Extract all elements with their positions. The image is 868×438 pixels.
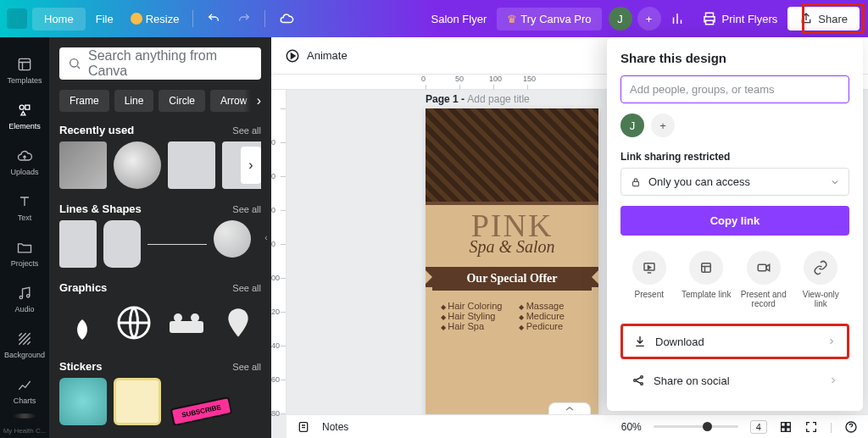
audio-icon bbox=[16, 285, 33, 302]
nav-uploads[interactable]: Uploads bbox=[0, 139, 49, 185]
cloud-icon bbox=[279, 11, 294, 26]
separator bbox=[192, 10, 193, 27]
svg-point-11 bbox=[191, 313, 199, 322]
present-record-option[interactable]: Present and record bbox=[738, 251, 789, 308]
brand-logo[interactable] bbox=[13, 413, 36, 419]
shape-line[interactable] bbox=[147, 220, 207, 268]
shape-square-rounded[interactable] bbox=[103, 220, 141, 268]
user-avatar[interactable]: J bbox=[609, 7, 632, 30]
page-count[interactable]: 4 bbox=[750, 420, 767, 434]
present-option[interactable]: Present bbox=[624, 251, 675, 308]
svg-point-25 bbox=[641, 383, 643, 385]
tray-toggle[interactable] bbox=[548, 402, 591, 414]
zoom-slider[interactable] bbox=[654, 425, 738, 428]
nav-charts[interactable]: Charts bbox=[0, 368, 49, 413]
try-pro-button[interactable]: ♛Try Canva Pro bbox=[497, 8, 601, 30]
svg-rect-2 bbox=[19, 58, 30, 69]
record-icon bbox=[756, 260, 771, 275]
template-link-option[interactable]: Template link bbox=[681, 251, 732, 308]
access-select[interactable]: Only you can access bbox=[620, 168, 849, 196]
svg-point-5 bbox=[19, 296, 22, 298]
svg-rect-9 bbox=[170, 321, 203, 333]
ruler-vertical: 0 20 40 60 80 100 120 140 160 180 bbox=[271, 90, 287, 414]
animate-button[interactable]: Animate bbox=[307, 49, 348, 62]
template-icon bbox=[698, 260, 714, 275]
present-icon bbox=[642, 260, 657, 275]
print-button[interactable]: Print Flyers bbox=[695, 6, 785, 31]
see-all-recent[interactable]: See all bbox=[232, 125, 261, 136]
share-panel: Share this design Add people, groups, or… bbox=[607, 37, 863, 411]
templates-icon bbox=[16, 56, 33, 73]
lock-icon bbox=[630, 176, 642, 188]
row-next[interactable]: › bbox=[241, 147, 261, 184]
sticker-subscribe[interactable]: SUBSCRIBE bbox=[168, 378, 236, 425]
zoom-value[interactable]: 60% bbox=[621, 421, 642, 433]
stickers-row: SUBSCRIBE bbox=[59, 378, 261, 425]
shape-circle[interactable] bbox=[214, 220, 251, 258]
file-menu[interactable]: File bbox=[89, 8, 120, 30]
page-label[interactable]: Page 1 - Add page title bbox=[426, 93, 530, 105]
sticker-thumb[interactable] bbox=[114, 378, 161, 425]
chip-circle[interactable]: Circle bbox=[159, 90, 205, 112]
svg-point-6 bbox=[27, 295, 30, 297]
left-nav: Templates Elements Uploads Text Projects… bbox=[0, 37, 49, 438]
chip-line[interactable]: Line bbox=[114, 90, 154, 112]
element-thumb[interactable] bbox=[59, 141, 107, 189]
share-social-option[interactable]: Share on social bbox=[620, 364, 849, 396]
nav-audio[interactable]: Audio bbox=[0, 276, 49, 322]
nav-background[interactable]: Background bbox=[0, 322, 49, 368]
text-icon bbox=[16, 193, 33, 210]
people-input[interactable]: Add people, groups, or teams bbox=[620, 75, 849, 103]
collapse-panel[interactable]: ‹ bbox=[260, 213, 271, 263]
download-option[interactable]: Download bbox=[620, 324, 849, 359]
chart-icon bbox=[670, 11, 685, 26]
share-button[interactable]: Share bbox=[787, 7, 860, 30]
copy-link-button[interactable]: Copy link bbox=[620, 206, 849, 236]
notes-button[interactable]: Notes bbox=[322, 421, 348, 433]
svg-point-10 bbox=[174, 313, 182, 322]
flyer-ribbon: Our Special Offer bbox=[432, 267, 592, 291]
add-people-button[interactable]: + bbox=[651, 114, 675, 137]
svg-point-24 bbox=[641, 376, 643, 379]
graphics-row bbox=[59, 299, 261, 347]
graphic-thumb[interactable] bbox=[216, 299, 262, 347]
document-title[interactable]: Salon Flyer bbox=[424, 8, 493, 30]
redo-button[interactable] bbox=[231, 7, 258, 30]
share-icon bbox=[799, 12, 813, 25]
nav-text[interactable]: Text bbox=[0, 185, 49, 230]
add-member-button[interactable]: + bbox=[637, 7, 661, 30]
svg-point-7 bbox=[70, 59, 78, 67]
design-canvas[interactable]: PINK Spa & Salon Our Special Offer Hair … bbox=[426, 108, 598, 430]
section-lines-title: Lines & Shapes bbox=[59, 202, 142, 215]
view-only-option[interactable]: View-only link bbox=[795, 251, 846, 308]
nav-templates[interactable]: Templates bbox=[0, 47, 49, 93]
element-thumb[interactable] bbox=[114, 141, 161, 189]
see-all-lines[interactable]: See all bbox=[232, 204, 261, 214]
chips-next[interactable]: › bbox=[244, 90, 261, 112]
home-button[interactable]: Home bbox=[32, 8, 86, 30]
sticker-thumb[interactable] bbox=[59, 378, 107, 425]
canva-logo[interactable] bbox=[7, 8, 27, 29]
chip-frame[interactable]: Frame bbox=[59, 90, 109, 112]
cloud-status[interactable] bbox=[272, 6, 301, 31]
svg-rect-4 bbox=[25, 105, 30, 109]
insights-button[interactable] bbox=[663, 6, 692, 31]
section-recent-title: Recently used bbox=[59, 124, 134, 136]
resize-button[interactable]: Resize bbox=[124, 8, 186, 30]
see-all-stickers[interactable]: See all bbox=[232, 362, 261, 372]
help-icon[interactable] bbox=[844, 420, 858, 434]
see-all-graphics[interactable]: See all bbox=[232, 283, 261, 293]
graphic-thumb[interactable] bbox=[112, 299, 158, 347]
undo-button[interactable] bbox=[200, 7, 227, 30]
shape-square[interactable] bbox=[59, 220, 97, 268]
svg-rect-15 bbox=[787, 422, 791, 426]
graphic-thumb[interactable] bbox=[164, 299, 209, 347]
search-input[interactable]: Search anything from Canva bbox=[59, 47, 261, 80]
recent-row: › bbox=[59, 141, 261, 189]
fullscreen-icon[interactable] bbox=[804, 420, 818, 434]
nav-elements[interactable]: Elements bbox=[0, 93, 49, 139]
nav-projects[interactable]: Projects bbox=[0, 230, 49, 276]
graphic-thumb[interactable] bbox=[59, 299, 105, 347]
element-thumb[interactable] bbox=[168, 141, 215, 189]
grid-view-icon[interactable] bbox=[779, 420, 793, 434]
